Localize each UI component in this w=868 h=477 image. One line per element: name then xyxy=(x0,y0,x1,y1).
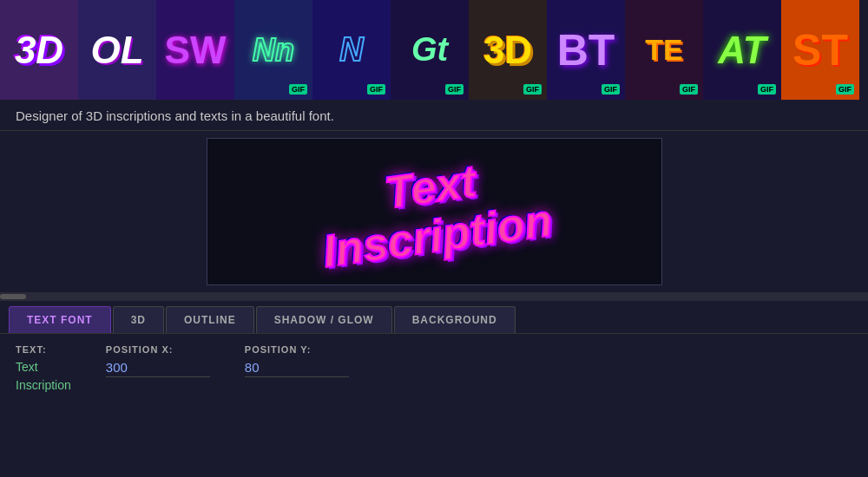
tab-text-font[interactable]: TEXT FONT xyxy=(9,306,111,333)
gif-badge: GIF xyxy=(445,84,464,95)
position-x-group: POSITION X: xyxy=(106,344,210,377)
tab-outline[interactable]: OUTLINE xyxy=(166,306,254,333)
gif-badge: GIF xyxy=(758,84,776,95)
gif-badge: GIF xyxy=(836,84,854,95)
gif-badge: GIF xyxy=(289,84,307,95)
tab-shadow-glow[interactable]: SHADOW / GLOW xyxy=(256,306,392,333)
tabs-bar: TEXT FONT 3D OUTLINE SHADOW / GLOW BACKG… xyxy=(0,301,868,333)
gif-badge: GIF xyxy=(367,84,385,95)
text-line1: Text xyxy=(16,358,71,376)
position-x-label: POSITION X: xyxy=(106,344,210,355)
text-label: TEXT: xyxy=(16,344,71,355)
style-card-sw[interactable]: SW xyxy=(156,0,234,100)
gif-badge: GIF xyxy=(602,84,620,95)
style-card-nn[interactable]: Nn GIF xyxy=(234,0,312,100)
gif-badge: GIF xyxy=(680,84,698,95)
scroll-thumb[interactable] xyxy=(0,294,26,299)
position-y-label: POSITION Y: xyxy=(245,344,349,355)
style-gallery: 3D OL SW Nn GIF N GIF Gt GIF 3D GIF BT G… xyxy=(0,0,868,100)
tab-3d[interactable]: 3D xyxy=(113,306,164,333)
style-card-ol[interactable]: OL xyxy=(78,0,156,100)
card-label: SW xyxy=(156,0,234,100)
style-card-gt[interactable]: Gt GIF xyxy=(391,0,469,100)
style-card-3dy[interactable]: 3D GIF xyxy=(469,0,547,100)
horizontal-scrollbar[interactable] xyxy=(0,292,868,301)
style-card-bt[interactable]: BT GIF xyxy=(547,0,625,100)
text-control-group: TEXT: Text Inscription xyxy=(16,344,71,395)
style-card-te[interactable]: TE GIF xyxy=(625,0,703,100)
card-label: 3D xyxy=(0,0,78,100)
card-label: OL xyxy=(78,0,156,100)
description-text: Designer of 3D inscriptions and texts in… xyxy=(0,100,868,131)
position-y-input[interactable] xyxy=(245,358,349,377)
position-y-group: POSITION Y: xyxy=(245,344,349,377)
text-line2: Inscription xyxy=(16,376,71,395)
tab-background[interactable]: BACKGROUND xyxy=(394,306,516,333)
style-card-ni[interactable]: N GIF xyxy=(312,0,391,100)
canvas-preview: Text Inscription xyxy=(207,138,662,285)
style-card-at[interactable]: AT GIF xyxy=(703,0,781,100)
canvas-area: Text Inscription xyxy=(0,131,868,292)
style-card-st[interactable]: ST GIF xyxy=(781,0,859,100)
position-x-input[interactable] xyxy=(106,358,210,377)
style-card-3d[interactable]: 3D xyxy=(0,0,78,100)
gif-badge: GIF xyxy=(523,84,542,95)
text-input-area: Text Inscription xyxy=(16,358,71,395)
bottom-controls: TEXT: Text Inscription POSITION X: POSIT… xyxy=(0,333,868,405)
preview-text-container: Text Inscription xyxy=(312,147,555,277)
